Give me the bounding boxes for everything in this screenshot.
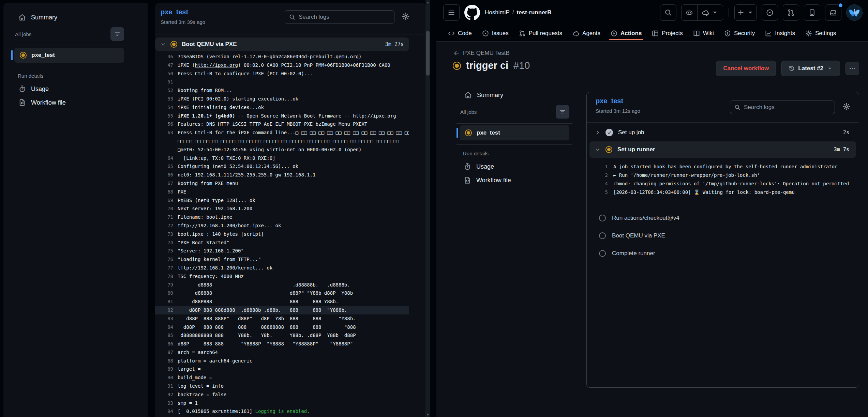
line-number[interactable]: 47: [155, 61, 178, 70]
line-number[interactable]: 75: [155, 247, 178, 255]
step-set-up-job[interactable]: Set up job2s: [587, 125, 859, 140]
repo-tab-actions[interactable]: Actions: [607, 25, 645, 41]
line-number[interactable]: 72: [155, 221, 178, 230]
sidebar-item-workflow-file[interactable]: Workflow file: [464, 176, 511, 184]
line-number[interactable]: 71: [155, 213, 178, 221]
sidebar-item-usage[interactable]: Usage: [18, 85, 49, 93]
pull-requests-button[interactable]: [783, 4, 799, 21]
scroll-down-arrow[interactable]: ▼: [425, 412, 430, 417]
line-number[interactable]: 76: [155, 255, 178, 264]
step-header-boot-qemu[interactable]: Boot QEMU via PXE 3m 27s: [155, 37, 409, 51]
github-logo[interactable]: [464, 5, 480, 20]
repo-tab-projects[interactable]: Projects: [648, 25, 686, 41]
repo-tab-security[interactable]: Security: [721, 25, 758, 41]
search-logs-input[interactable]: Search logs: [285, 10, 394, 24]
step-run-actions-checkout-v4[interactable]: Run actions/checkout@v4: [587, 210, 859, 227]
sidebar-item-workflow-file[interactable]: Workflow file: [18, 99, 66, 106]
line-number[interactable]: 53: [155, 95, 178, 103]
line-number[interactable]: 87: [155, 348, 178, 357]
cancel-workflow-button[interactable]: Cancel workflow: [716, 61, 776, 76]
line-number[interactable]: 80: [155, 289, 178, 297]
line-number[interactable]: 68: [155, 188, 178, 196]
repo-tab-wiki[interactable]: Wiki: [690, 25, 717, 41]
line-number[interactable]: 90: [155, 373, 178, 382]
line-number[interactable]: 84: [155, 323, 178, 331]
line-number[interactable]: 63: [155, 128, 178, 137]
step-complete-runner[interactable]: Complete runner: [587, 245, 859, 262]
more-options-button[interactable]: [845, 62, 859, 75]
line-number[interactable]: 88: [155, 357, 178, 365]
line-text: A job started hook has been configured b…: [613, 163, 853, 171]
filter-jobs-button[interactable]: [556, 105, 569, 119]
job-title-link[interactable]: pxe_test: [596, 97, 623, 105]
line-number[interactable]: 2: [587, 171, 613, 180]
line-number[interactable]: 93: [155, 399, 178, 407]
line-number[interactable]: 1: [587, 163, 613, 171]
line-number[interactable]: 65: [155, 162, 178, 171]
line-number[interactable]: 69: [155, 196, 178, 205]
copilot-button[interactable]: [682, 5, 697, 20]
line-number[interactable]: 55: [155, 112, 178, 120]
repo-tab-insights[interactable]: Insights: [762, 25, 798, 41]
line-number[interactable]: 78: [155, 272, 178, 281]
latest-attempt-button[interactable]: Latest #2: [781, 61, 840, 76]
line-number[interactable]: 66: [155, 171, 178, 179]
line-number[interactable]: 70: [155, 204, 178, 213]
line-number[interactable]: 52: [155, 86, 178, 95]
line-number[interactable]: 79: [155, 281, 178, 289]
sidebar-item-usage[interactable]: Usage: [464, 163, 494, 170]
step-set-up-runner[interactable]: Set up runner3m 7s: [589, 141, 856, 158]
line-number[interactable]: 89: [155, 365, 178, 373]
line-text: PXE: [178, 188, 409, 196]
line-number[interactable]: 82: [155, 306, 178, 314]
sidebar-job-pxe-test[interactable]: pxe_test: [460, 125, 569, 140]
line-number[interactable]: 77: [155, 264, 178, 272]
line-number[interactable]: 91: [155, 382, 178, 390]
line-number[interactable]: 5: [587, 188, 613, 197]
line-number[interactable]: 67: [155, 179, 178, 188]
job-title-link[interactable]: pxe_test: [161, 8, 188, 16]
line-number[interactable]: 51: [155, 78, 178, 86]
repo-tab-pull-requests[interactable]: Pull requests: [515, 25, 566, 41]
repo-tab-settings[interactable]: Settings: [802, 25, 839, 41]
line-number[interactable]: 81: [155, 297, 178, 306]
step-boot-qemu-via-pxe[interactable]: Boot QEMU via PXE: [587, 227, 859, 244]
avatar[interactable]: [846, 4, 863, 21]
notifications-button-wrap: [825, 4, 841, 21]
hamburger-menu-button[interactable]: [443, 4, 460, 21]
filter-jobs-button[interactable]: [110, 27, 124, 41]
repo-link[interactable]: test-runnerB: [517, 9, 551, 16]
sidebar-item-summary[interactable]: Summary: [464, 91, 503, 99]
scroll-up-arrow[interactable]: ▲: [425, 0, 430, 5]
back-breadcrumb[interactable]: PXE QEMU TestB: [453, 50, 510, 57]
line-number[interactable]: 83: [155, 314, 178, 323]
repo-tab-issues[interactable]: Issues: [479, 25, 512, 41]
line-number[interactable]: 94: [155, 407, 178, 416]
create-new-button[interactable]: [734, 4, 757, 21]
line-number[interactable]: 56: [155, 120, 178, 128]
line-number[interactable]: 86: [155, 340, 178, 348]
line-number[interactable]: 4: [587, 180, 613, 188]
sidebar-item-summary[interactable]: Summary: [18, 14, 57, 21]
copilot-chat-button[interactable]: [697, 5, 723, 20]
search-logs-input[interactable]: Search logs: [730, 101, 835, 114]
repo-tab-agents[interactable]: Agents: [569, 25, 604, 41]
log-settings-gear-icon[interactable]: [402, 12, 410, 20]
line-number[interactable]: 54: [155, 103, 178, 112]
repo-tab-code[interactable]: Code: [445, 25, 475, 41]
left-window-scrollbar[interactable]: ▲ ▼: [425, 0, 430, 417]
notebook-button[interactable]: [804, 4, 820, 21]
sidebar-job-pxe-test[interactable]: pxe_test: [14, 48, 124, 63]
line-number[interactable]: 92: [155, 390, 178, 399]
owner-link[interactable]: HoshimiP: [485, 9, 510, 16]
line-number[interactable]: 64: [155, 154, 178, 163]
line-number[interactable]: 85: [155, 331, 178, 340]
log-settings-gear-icon[interactable]: [842, 103, 851, 111]
line-number[interactable]: 46: [155, 52, 178, 61]
line-number[interactable]: 50: [155, 70, 178, 78]
line-number[interactable]: 73: [155, 230, 178, 238]
search-button[interactable]: [660, 4, 676, 21]
issues-button[interactable]: [762, 4, 778, 21]
line-number[interactable]: 74: [155, 238, 178, 247]
scrollbar-thumb[interactable]: [426, 31, 430, 76]
